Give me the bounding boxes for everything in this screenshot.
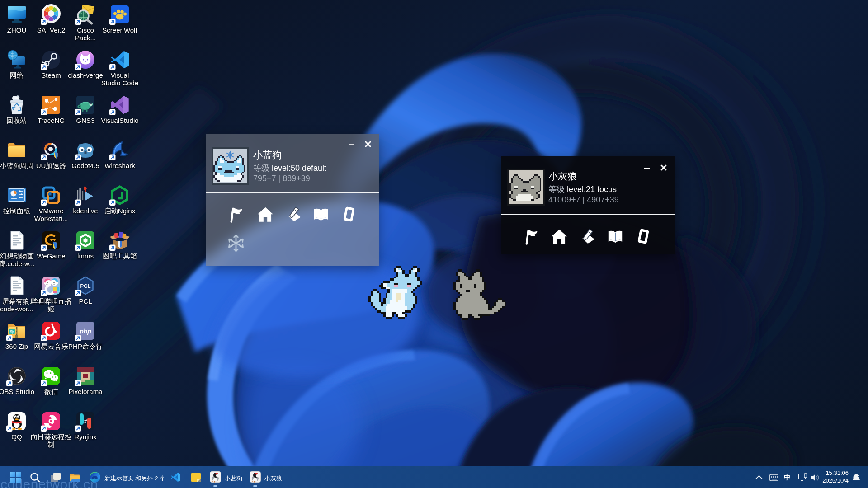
svg-text:php: php <box>79 328 91 335</box>
svg-text:z: z <box>858 474 860 478</box>
svg-text:#: # <box>84 418 87 424</box>
svg-text:zip: zip <box>10 331 14 334</box>
svg-text:PCL: PCL <box>80 283 91 289</box>
